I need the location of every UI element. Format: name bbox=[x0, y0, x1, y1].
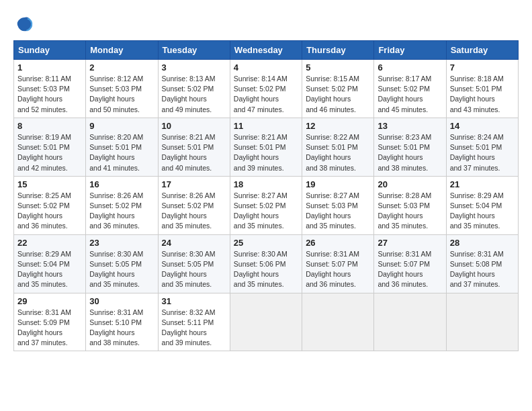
day-number: 7 bbox=[450, 62, 515, 73]
day-number: 23 bbox=[89, 238, 154, 248]
day-number: 2 bbox=[89, 62, 154, 73]
calendar-cell: 16Sunrise: 8:26 AMSunset: 5:02 PMDayligh… bbox=[86, 176, 158, 234]
calendar-cell: 4Sunrise: 8:14 AMSunset: 5:02 PMDaylight… bbox=[230, 60, 302, 118]
day-number: 19 bbox=[306, 179, 370, 189]
day-number: 1 bbox=[17, 62, 82, 73]
day-info: Sunrise: 8:24 AMSunset: 5:01 PMDaylight … bbox=[450, 132, 515, 173]
day-info: Sunrise: 8:25 AMSunset: 5:02 PMDaylight … bbox=[17, 191, 82, 232]
calendar-cell: 3Sunrise: 8:13 AMSunset: 5:02 PMDaylight… bbox=[158, 60, 230, 118]
day-info: Sunrise: 8:30 AMSunset: 5:05 PMDaylight … bbox=[162, 249, 226, 290]
day-number: 18 bbox=[234, 179, 298, 189]
day-number: 16 bbox=[89, 179, 154, 189]
calendar-cell: 30Sunrise: 8:31 AMSunset: 5:10 PMDayligh… bbox=[86, 293, 158, 351]
calendar-cell: 20Sunrise: 8:28 AMSunset: 5:03 PMDayligh… bbox=[374, 176, 446, 234]
weekday-header-thursday: Thursday bbox=[302, 41, 374, 60]
day-number: 9 bbox=[89, 121, 154, 131]
day-number: 24 bbox=[162, 238, 226, 248]
day-info: Sunrise: 8:18 AMSunset: 5:01 PMDaylight … bbox=[450, 74, 515, 115]
day-info: Sunrise: 8:12 AMSunset: 5:03 PMDaylight … bbox=[89, 74, 154, 115]
calendar-cell: 11Sunrise: 8:21 AMSunset: 5:01 PMDayligh… bbox=[230, 118, 302, 176]
day-number: 22 bbox=[17, 238, 82, 248]
calendar-cell: 8Sunrise: 8:19 AMSunset: 5:01 PMDaylight… bbox=[14, 118, 86, 176]
day-number: 28 bbox=[450, 238, 515, 248]
day-info: Sunrise: 8:27 AMSunset: 5:03 PMDaylight … bbox=[306, 191, 370, 232]
calendar-cell: 27Sunrise: 8:31 AMSunset: 5:07 PMDayligh… bbox=[374, 234, 446, 293]
calendar-cell: 17Sunrise: 8:26 AMSunset: 5:02 PMDayligh… bbox=[158, 176, 230, 234]
day-info: Sunrise: 8:29 AMSunset: 5:04 PMDaylight … bbox=[450, 191, 515, 232]
week-row-2: 8Sunrise: 8:19 AMSunset: 5:01 PMDaylight… bbox=[14, 118, 519, 176]
day-number: 15 bbox=[17, 179, 82, 189]
calendar-cell: 29Sunrise: 8:31 AMSunset: 5:09 PMDayligh… bbox=[14, 293, 86, 351]
day-number: 10 bbox=[162, 121, 226, 131]
weekday-header-friday: Friday bbox=[374, 41, 446, 60]
day-number: 20 bbox=[378, 179, 442, 189]
day-number: 5 bbox=[306, 62, 370, 73]
calendar-cell bbox=[374, 293, 446, 351]
calendar-cell: 5Sunrise: 8:15 AMSunset: 5:02 PMDaylight… bbox=[302, 60, 374, 118]
day-number: 21 bbox=[450, 179, 515, 189]
day-number: 12 bbox=[306, 121, 370, 131]
calendar-cell: 21Sunrise: 8:29 AMSunset: 5:04 PMDayligh… bbox=[446, 176, 518, 234]
day-info: Sunrise: 8:28 AMSunset: 5:03 PMDaylight … bbox=[378, 191, 442, 232]
calendar-cell: 12Sunrise: 8:22 AMSunset: 5:01 PMDayligh… bbox=[302, 118, 374, 176]
day-info: Sunrise: 8:13 AMSunset: 5:02 PMDaylight … bbox=[162, 74, 226, 115]
day-number: 26 bbox=[306, 238, 370, 248]
day-number: 13 bbox=[378, 121, 442, 131]
page-header bbox=[13, 13, 519, 34]
day-info: Sunrise: 8:27 AMSunset: 5:02 PMDaylight … bbox=[234, 191, 298, 232]
day-info: Sunrise: 8:30 AMSunset: 5:05 PMDaylight … bbox=[89, 249, 154, 290]
week-row-1: 1Sunrise: 8:11 AMSunset: 5:03 PMDaylight… bbox=[14, 60, 519, 118]
weekday-header-monday: Monday bbox=[86, 41, 158, 60]
day-info: Sunrise: 8:29 AMSunset: 5:04 PMDaylight … bbox=[17, 249, 82, 290]
week-row-4: 22Sunrise: 8:29 AMSunset: 5:04 PMDayligh… bbox=[14, 234, 519, 293]
day-info: Sunrise: 8:23 AMSunset: 5:01 PMDaylight … bbox=[378, 132, 442, 173]
day-number: 3 bbox=[162, 62, 226, 73]
logo bbox=[13, 13, 36, 34]
calendar-cell: 28Sunrise: 8:31 AMSunset: 5:08 PMDayligh… bbox=[446, 234, 518, 293]
day-info: Sunrise: 8:31 AMSunset: 5:10 PMDaylight … bbox=[89, 308, 154, 349]
calendar-table: SundayMondayTuesdayWednesdayThursdayFrid… bbox=[13, 40, 519, 351]
day-number: 17 bbox=[162, 179, 226, 189]
day-info: Sunrise: 8:22 AMSunset: 5:01 PMDaylight … bbox=[306, 132, 370, 173]
weekday-header-tuesday: Tuesday bbox=[158, 41, 230, 60]
day-number: 8 bbox=[17, 121, 82, 131]
calendar-cell: 6Sunrise: 8:17 AMSunset: 5:02 PMDaylight… bbox=[374, 60, 446, 118]
calendar-cell: 25Sunrise: 8:30 AMSunset: 5:06 PMDayligh… bbox=[230, 234, 302, 293]
calendar-cell: 13Sunrise: 8:23 AMSunset: 5:01 PMDayligh… bbox=[374, 118, 446, 176]
day-info: Sunrise: 8:15 AMSunset: 5:02 PMDaylight … bbox=[306, 74, 370, 115]
calendar-header-row: SundayMondayTuesdayWednesdayThursdayFrid… bbox=[14, 41, 519, 60]
calendar-cell: 31Sunrise: 8:32 AMSunset: 5:11 PMDayligh… bbox=[158, 293, 230, 351]
day-number: 25 bbox=[234, 238, 298, 248]
day-number: 27 bbox=[378, 238, 442, 248]
calendar-cell: 10Sunrise: 8:21 AMSunset: 5:01 PMDayligh… bbox=[158, 118, 230, 176]
day-info: Sunrise: 8:30 AMSunset: 5:06 PMDaylight … bbox=[234, 249, 298, 290]
day-number: 4 bbox=[234, 62, 298, 73]
day-number: 29 bbox=[17, 296, 82, 306]
day-number: 30 bbox=[89, 296, 154, 306]
day-info: Sunrise: 8:26 AMSunset: 5:02 PMDaylight … bbox=[89, 191, 154, 232]
week-row-5: 29Sunrise: 8:31 AMSunset: 5:09 PMDayligh… bbox=[14, 293, 519, 351]
calendar-cell bbox=[230, 293, 302, 351]
day-info: Sunrise: 8:21 AMSunset: 5:01 PMDaylight … bbox=[234, 132, 298, 173]
calendar-cell: 23Sunrise: 8:30 AMSunset: 5:05 PMDayligh… bbox=[86, 234, 158, 293]
calendar-cell: 15Sunrise: 8:25 AMSunset: 5:02 PMDayligh… bbox=[14, 176, 86, 234]
day-info: Sunrise: 8:21 AMSunset: 5:01 PMDaylight … bbox=[162, 132, 226, 173]
day-number: 6 bbox=[378, 62, 442, 73]
day-info: Sunrise: 8:31 AMSunset: 5:07 PMDaylight … bbox=[306, 249, 370, 290]
calendar-cell bbox=[302, 293, 374, 351]
day-info: Sunrise: 8:31 AMSunset: 5:09 PMDaylight … bbox=[17, 308, 82, 349]
day-info: Sunrise: 8:11 AMSunset: 5:03 PMDaylight … bbox=[17, 74, 82, 115]
calendar-cell: 9Sunrise: 8:20 AMSunset: 5:01 PMDaylight… bbox=[86, 118, 158, 176]
calendar-cell: 1Sunrise: 8:11 AMSunset: 5:03 PMDaylight… bbox=[14, 60, 86, 118]
calendar-cell: 26Sunrise: 8:31 AMSunset: 5:07 PMDayligh… bbox=[302, 234, 374, 293]
calendar-cell: 14Sunrise: 8:24 AMSunset: 5:01 PMDayligh… bbox=[446, 118, 518, 176]
day-info: Sunrise: 8:31 AMSunset: 5:07 PMDaylight … bbox=[378, 249, 442, 290]
day-info: Sunrise: 8:20 AMSunset: 5:01 PMDaylight … bbox=[89, 132, 154, 173]
day-info: Sunrise: 8:17 AMSunset: 5:02 PMDaylight … bbox=[378, 74, 442, 115]
week-row-3: 15Sunrise: 8:25 AMSunset: 5:02 PMDayligh… bbox=[14, 176, 519, 234]
day-info: Sunrise: 8:19 AMSunset: 5:01 PMDaylight … bbox=[17, 132, 82, 173]
calendar-cell: 18Sunrise: 8:27 AMSunset: 5:02 PMDayligh… bbox=[230, 176, 302, 234]
calendar-cell: 2Sunrise: 8:12 AMSunset: 5:03 PMDaylight… bbox=[86, 60, 158, 118]
day-info: Sunrise: 8:31 AMSunset: 5:08 PMDaylight … bbox=[450, 249, 515, 290]
day-number: 11 bbox=[234, 121, 298, 131]
